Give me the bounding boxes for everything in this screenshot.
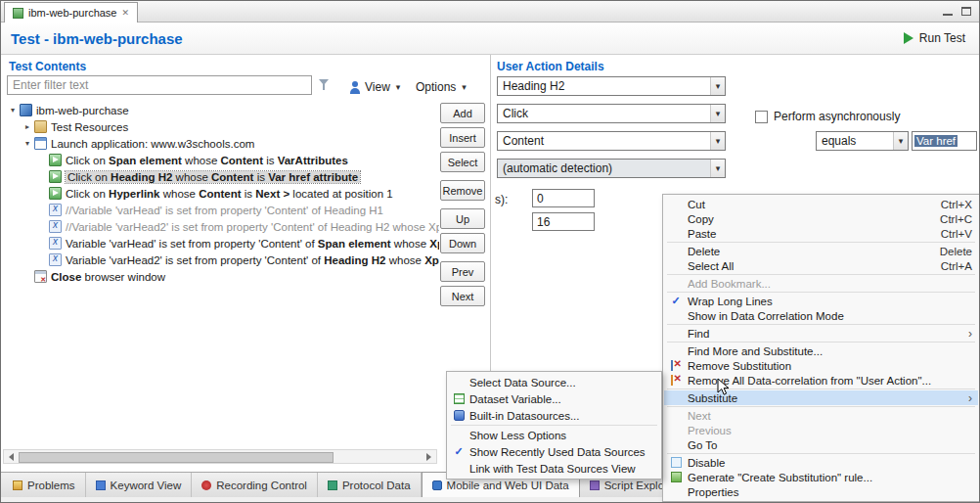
click-icon <box>49 170 62 183</box>
browser-icon <box>34 137 47 150</box>
menu-item-substitute[interactable]: Substitute› <box>664 390 978 405</box>
menu-item-generate-create-substitution-rule[interactable]: Generate "Create Substitution" rule... <box>664 470 978 484</box>
tree-item[interactable]: //Variable 'varHead' is set from propert… <box>3 202 439 218</box>
menu-item-select-all[interactable]: Select AllCtrl+A <box>664 258 978 273</box>
bottom-tab-recording-control[interactable]: Recording Control <box>192 473 318 497</box>
remove-button[interactable]: Remove <box>440 180 485 201</box>
submenu-arrow-icon: › <box>960 327 972 341</box>
bottom-tab-keyword-view[interactable]: Keyword View <box>86 473 193 497</box>
menu-item-label: Find <box>688 328 960 340</box>
menu-item-remove-all-data-correlation-from-user-action[interactable]: Remove All Data-correlation from "User A… <box>664 373 978 388</box>
menu-item-find[interactable]: Find› <box>664 326 978 341</box>
bottom-tab-problems[interactable]: Problems <box>3 473 86 497</box>
editor-tab-label: ibm-web-purchase <box>28 7 116 19</box>
scrollbar-thumb[interactable] <box>19 452 334 463</box>
chevron-down-icon[interactable] <box>893 132 908 150</box>
property-value-field[interactable]: Var href <box>912 131 977 151</box>
tree-item[interactable]: ▾Launch application: www.w3schools.com <box>3 135 439 152</box>
close-tab-icon[interactable] <box>121 9 129 18</box>
chevron-down-icon[interactable] <box>710 160 725 177</box>
options-dropdown[interactable]: Options <box>416 78 467 96</box>
menu-item-show-less-options[interactable]: Show Less Options <box>448 427 660 443</box>
menu-item-select-data-source[interactable]: Select Data Source... <box>448 374 660 390</box>
recording-control-icon <box>201 480 211 490</box>
close-window-icon <box>34 270 47 283</box>
dataset-variable-icon <box>448 393 469 404</box>
tree-item[interactable]: Close browser window <box>3 268 439 285</box>
tree-horizontal-scrollbar[interactable] <box>3 449 437 464</box>
scroll-left-icon[interactable] <box>4 450 18 463</box>
operator-dropdown[interactable]: equals <box>816 131 909 151</box>
menu-item-show-recently-used-data-sources[interactable]: ✓Show Recently Used Data Sources <box>448 443 660 460</box>
property-dropdown[interactable]: Content <box>497 131 726 151</box>
collapse-arrow-icon[interactable]: ▾ <box>22 139 33 148</box>
next-button[interactable]: Next <box>440 286 485 306</box>
expand-arrow-icon[interactable]: ▸ <box>22 122 33 131</box>
menu-item-wrap-long-lines[interactable]: ✓Wrap Long Lines <box>664 294 978 308</box>
minimize-icon[interactable] <box>943 7 953 16</box>
menu-item-label: Built-in Datasources... <box>469 410 654 422</box>
property-dropdown-value: Content <box>498 132 710 150</box>
filter-input[interactable] <box>7 75 312 95</box>
menu-item-show-in-data-correlation-mode[interactable]: Show in Data Correlation Mode <box>664 308 978 323</box>
tree-item[interactable]: Click on Hyperlink whose Content is Next… <box>3 185 439 202</box>
menu-item-copy[interactable]: CopyCtrl+C <box>664 211 978 226</box>
perform-asynchronously-checkbox[interactable] <box>755 111 768 123</box>
run-test-button[interactable]: Run Test <box>904 31 965 45</box>
menu-item-label: Show Recently Used Data Sources <box>469 446 654 458</box>
action-dropdown[interactable]: Click <box>497 104 726 123</box>
menu-separator <box>667 406 975 407</box>
menu-item-next: Next <box>664 408 978 423</box>
tree-item[interactable]: //Variable 'varHead2' is set from proper… <box>3 218 439 235</box>
scroll-right-icon[interactable] <box>422 450 435 463</box>
menu-shortcut: Ctrl+X <box>941 199 972 210</box>
menu-item-paste[interactable]: PasteCtrl+V <box>664 226 978 241</box>
menu-item-find-more-and-substitute[interactable]: Find More and Substitute... <box>664 343 978 358</box>
remove-all-icon <box>664 375 688 386</box>
tree-item-label: Click on Span element whose Content is V… <box>66 155 348 166</box>
numeric-field-2[interactable] <box>532 212 595 231</box>
keyword-view-icon <box>96 480 106 490</box>
menu-item-link-with-test-data-sources-view[interactable]: Link with Test Data Sources View <box>448 460 660 477</box>
tree-item[interactable]: ▾ibm-web-purchase <box>3 102 439 118</box>
tree-item[interactable]: Variable 'varHead' is set from property … <box>3 235 439 252</box>
menu-item-delete[interactable]: DeleteDelete <box>664 244 978 258</box>
menu-item-properties[interactable]: Properties <box>664 484 978 499</box>
menu-item-built-in-datasources[interactable]: Built-in Datasources... <box>448 407 660 424</box>
chevron-down-icon[interactable] <box>710 77 725 95</box>
element-dropdown[interactable]: Heading H2 <box>497 76 726 96</box>
maximize-icon[interactable] <box>961 7 971 16</box>
disable-icon <box>664 457 688 468</box>
tree-item[interactable]: Click on Heading H2 whose Content is Var… <box>3 168 439 185</box>
menu-item-remove-substitution[interactable]: Remove Substitution <box>664 358 978 373</box>
prev-button[interactable]: Prev <box>440 261 485 282</box>
filter-icon[interactable] <box>319 79 331 91</box>
tree-item[interactable]: Variable 'varHead2' is set from property… <box>3 252 439 268</box>
up-button[interactable]: Up <box>440 208 485 229</box>
test-icon <box>20 104 32 116</box>
insert-button[interactable]: Insert <box>440 127 485 148</box>
tree-action-buttons: AddInsertSelectRemoveUpDownPrevNext <box>440 103 485 310</box>
tree-item-label: Launch application: www.w3schools.com <box>51 138 254 150</box>
menu-item-go-to[interactable]: Go To <box>664 437 978 452</box>
detection-dropdown[interactable]: (automatic detection) <box>497 159 726 178</box>
menu-item-label: Remove Substitution <box>688 360 972 372</box>
down-button[interactable]: Down <box>440 233 485 253</box>
menu-item-label: Select Data Source... <box>469 377 654 389</box>
menu-item-dataset-variable[interactable]: Dataset Variable... <box>448 390 660 407</box>
view-dropdown[interactable]: View <box>349 78 400 96</box>
chevron-down-icon[interactable] <box>710 105 725 122</box>
editor-tab[interactable]: ibm-web-purchase <box>4 2 138 23</box>
bottom-tab-label: Recording Control <box>216 480 307 491</box>
options-dropdown-label: Options <box>416 80 456 94</box>
chevron-down-icon[interactable] <box>710 132 725 150</box>
menu-item-cut[interactable]: CutCtrl+X <box>664 197 978 211</box>
select-button[interactable]: Select <box>440 152 485 172</box>
numeric-field-1[interactable] <box>532 189 595 207</box>
collapse-arrow-icon[interactable]: ▾ <box>7 106 19 114</box>
menu-item-disable[interactable]: Disable <box>664 455 978 470</box>
bottom-tab-protocol-data[interactable]: Protocol Data <box>318 473 422 497</box>
tree-item[interactable]: Click on Span element whose Content is V… <box>3 152 439 168</box>
add-button[interactable]: Add <box>440 103 485 123</box>
tree-item[interactable]: ▸Test Resources <box>3 118 439 135</box>
